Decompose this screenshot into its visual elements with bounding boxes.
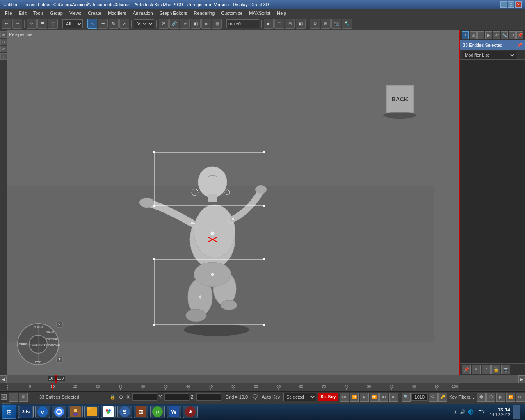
taskbar-chrome[interactable] bbox=[52, 406, 66, 418]
go-start-button[interactable]: ⏮ bbox=[340, 393, 349, 402]
menu-views[interactable]: Views bbox=[66, 10, 84, 16]
layer-tool[interactable]: ▤ bbox=[212, 19, 222, 29]
bind-tool[interactable]: ⊕ bbox=[180, 19, 190, 29]
extra-tool-4[interactable]: 🔦 bbox=[342, 19, 352, 29]
tab-create[interactable]: ✦ bbox=[462, 31, 469, 39]
taskbar-utorrent[interactable]: μ bbox=[150, 406, 165, 418]
extra-4[interactable]: ⏩ bbox=[506, 393, 515, 402]
view-dropdown[interactable]: View bbox=[134, 19, 154, 28]
modifier-list-select[interactable]: Modifier List bbox=[463, 51, 516, 59]
render-last-button[interactable]: ⬡ bbox=[274, 19, 284, 29]
lock-icon[interactable]: 🔒 bbox=[109, 394, 117, 400]
plus-icon[interactable]: ⊕ bbox=[117, 394, 125, 400]
extra-tool-1[interactable]: ⚙ bbox=[310, 19, 320, 29]
tab-modify[interactable]: ⊞ bbox=[470, 31, 477, 39]
key-lock-icon[interactable] bbox=[250, 393, 260, 401]
menu-animation[interactable]: Animation bbox=[130, 10, 156, 16]
extra-tool-3[interactable]: 📷 bbox=[331, 19, 341, 29]
select-region-button[interactable]: ⬚ bbox=[48, 19, 58, 29]
menu-edit[interactable]: Edit bbox=[16, 10, 30, 16]
step-back-button[interactable]: ⏪ bbox=[350, 393, 359, 402]
timeline-right-arrow[interactable]: ▶ bbox=[518, 375, 525, 383]
mod-cam-button[interactable]: 📷 bbox=[501, 365, 510, 374]
taskbar-word[interactable]: W bbox=[167, 406, 181, 418]
timeline-left-arrow[interactable]: ◀ bbox=[0, 375, 7, 383]
extra-tool-2[interactable]: ⊞ bbox=[321, 19, 331, 29]
filter-button[interactable]: ⚙ bbox=[429, 393, 438, 402]
mod-check-button[interactable]: ✓ bbox=[482, 365, 491, 374]
move-tool[interactable]: ✛ bbox=[98, 19, 108, 29]
menu-group[interactable]: Group bbox=[47, 10, 66, 16]
start-button[interactable]: ⊞ bbox=[2, 405, 16, 419]
scale-tool[interactable]: ⤢ bbox=[119, 19, 129, 29]
extra-5[interactable]: ⏭ bbox=[516, 393, 525, 402]
x-coord-input[interactable] bbox=[132, 393, 157, 401]
tab-extra[interactable]: ⚙ bbox=[509, 31, 516, 39]
tab-utilities[interactable]: 🔧 bbox=[501, 31, 508, 39]
render-type-button[interactable]: ⊞ bbox=[285, 19, 295, 29]
mod-lock-button[interactable]: 🔒 bbox=[491, 365, 500, 374]
lang-indicator[interactable]: EN bbox=[476, 409, 487, 414]
status-move-icon[interactable]: ⊕ bbox=[1, 394, 7, 400]
next-key-button[interactable]: ⏭ bbox=[389, 393, 398, 402]
set-key-button[interactable]: Set Key bbox=[318, 393, 338, 401]
menu-file[interactable]: File bbox=[2, 10, 16, 16]
unlink-tool[interactable]: 🔗 bbox=[169, 19, 179, 29]
redo-button[interactable]: ↪ bbox=[12, 19, 22, 29]
extra-3[interactable]: ▶ bbox=[496, 393, 505, 402]
menu-create[interactable]: Create bbox=[84, 10, 105, 16]
menu-maxscript[interactable]: MAXScript bbox=[246, 10, 274, 16]
status-filter-icon[interactable]: ⊞ bbox=[19, 393, 28, 402]
select-by-name-button[interactable]: ☰ bbox=[37, 19, 47, 29]
menu-customize[interactable]: Customize bbox=[218, 10, 246, 16]
tab-motion[interactable]: ▶ bbox=[485, 31, 492, 39]
select-object-button[interactable]: ⊹ bbox=[27, 19, 37, 29]
tab-pin[interactable]: 📌 bbox=[516, 31, 523, 39]
mod-pin-button[interactable]: 📌 bbox=[462, 365, 471, 374]
key-icon[interactable]: ⬦ bbox=[0, 53, 7, 60]
menu-help[interactable]: Help bbox=[274, 10, 290, 16]
viewport[interactable]: Perspective bbox=[7, 30, 459, 375]
minimize-button[interactable]: – bbox=[500, 1, 507, 8]
menu-tools[interactable]: Tools bbox=[30, 10, 47, 16]
align-tool[interactable]: ≡ bbox=[201, 19, 211, 29]
taskbar-app-unknown[interactable]: ⊞ bbox=[134, 406, 148, 418]
mod-list-button[interactable]: ≡ bbox=[472, 365, 481, 374]
menu-rendering[interactable]: Rendering bbox=[191, 10, 218, 16]
mirror-tool[interactable]: ◧ bbox=[191, 19, 201, 29]
step-forward-button[interactable]: ⏩ bbox=[370, 393, 379, 402]
zoom-button[interactable]: 🔍 bbox=[402, 393, 411, 402]
timeline-track[interactable]: 10 / 100 bbox=[7, 375, 518, 383]
snap2-icon[interactable]: ⊡ bbox=[0, 39, 7, 45]
navigation-wheel[interactable]: ZOOM PAN ORBIT WALK REWIND UP/DOWN CENTE… bbox=[11, 322, 65, 367]
y-coord-input[interactable] bbox=[164, 393, 189, 401]
tab-hierarchy[interactable]: ⋮ bbox=[477, 31, 484, 39]
link-tool[interactable]: ⛓ bbox=[159, 19, 169, 29]
taskbar-ie[interactable]: e bbox=[35, 406, 50, 418]
render-config-button[interactable]: ⬕ bbox=[296, 19, 306, 29]
render-scene-button[interactable]: ▶ bbox=[264, 19, 274, 29]
frame-number-input[interactable] bbox=[411, 393, 428, 401]
menu-graph-editors[interactable]: Graph Editors bbox=[156, 10, 191, 16]
taskbar-3dsmax[interactable]: 3ds bbox=[18, 406, 34, 418]
status-key-icon[interactable]: ⬦ bbox=[9, 393, 18, 402]
rotate-tool[interactable]: ↻ bbox=[109, 19, 119, 29]
extra-1[interactable]: ⬢ bbox=[477, 393, 486, 402]
taskbar-sketch[interactable]: S bbox=[117, 406, 132, 418]
time-icon[interactable]: ⏱ bbox=[0, 46, 7, 52]
close-button[interactable]: ✕ bbox=[515, 1, 522, 8]
taskbar-folder[interactable] bbox=[84, 406, 99, 418]
taskbar-another[interactable]: ❀ bbox=[183, 406, 198, 418]
autokey-select[interactable]: Selected bbox=[283, 393, 316, 401]
play-button[interactable]: ▶ bbox=[360, 393, 369, 402]
tab-display[interactable]: 👁 bbox=[493, 31, 500, 39]
taskbar-user[interactable] bbox=[68, 406, 83, 418]
named-selection-input[interactable] bbox=[226, 19, 259, 28]
select-tool[interactable]: ↖ bbox=[87, 19, 97, 29]
maximize-button[interactable]: □ bbox=[508, 1, 514, 8]
menu-modifiers[interactable]: Modifiers bbox=[105, 10, 130, 16]
key-filter-button[interactable]: 🔑 bbox=[438, 393, 447, 402]
undo-button[interactable]: ↩ bbox=[2, 19, 11, 29]
go-end-button[interactable]: ⏭ bbox=[379, 393, 388, 402]
extra-2[interactable]: ⬡ bbox=[486, 393, 495, 402]
